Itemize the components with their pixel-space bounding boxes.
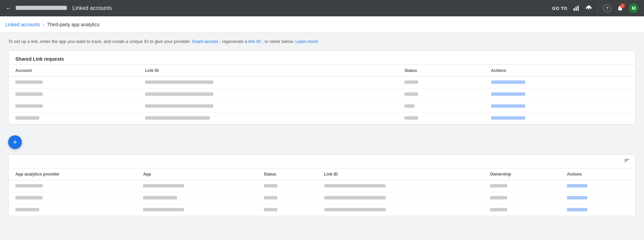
back-icon[interactable]: ← bbox=[5, 5, 12, 12]
info-text-part2: , regenerate a bbox=[219, 39, 247, 44]
col-status: Status bbox=[257, 168, 317, 180]
app-analytics-table: App analytics provider App Status Link I… bbox=[9, 168, 635, 216]
col-actions: Actions bbox=[484, 65, 635, 77]
table-row bbox=[9, 88, 635, 100]
col-account: Account bbox=[9, 65, 138, 77]
status-cell bbox=[398, 112, 484, 124]
ownership-cell bbox=[483, 192, 560, 204]
status-cell bbox=[398, 88, 484, 100]
header: ← Linked accounts GO TO ? 1 M bbox=[0, 0, 644, 16]
table-row bbox=[9, 204, 635, 216]
account-cell bbox=[9, 112, 138, 124]
col-app: App bbox=[136, 168, 257, 180]
svg-rect-1 bbox=[575, 7, 576, 11]
provider-cell bbox=[9, 192, 136, 204]
table-row bbox=[9, 76, 635, 88]
notification-icon[interactable]: 1 bbox=[617, 5, 624, 12]
add-button[interactable]: + bbox=[8, 135, 22, 149]
analytics-header-row: App analytics provider App Status Link I… bbox=[9, 168, 635, 180]
ownership-cell bbox=[483, 204, 560, 216]
col-link-id: Link ID bbox=[138, 65, 398, 77]
app-analytics-card: App analytics provider App Status Link I… bbox=[8, 154, 636, 216]
status-cell bbox=[257, 192, 317, 204]
avatar[interactable]: M bbox=[629, 3, 639, 13]
link-id-cell bbox=[138, 88, 398, 100]
chart-icon[interactable] bbox=[573, 5, 579, 12]
filter-row bbox=[9, 155, 635, 168]
actions-cell[interactable] bbox=[484, 112, 635, 124]
link-id-cell bbox=[317, 204, 483, 216]
shared-link-requests-table: Account Link ID Status Actions bbox=[9, 65, 635, 124]
col-actions: Actions bbox=[560, 168, 635, 180]
link-id-cell bbox=[317, 192, 483, 204]
app-cell bbox=[136, 192, 257, 204]
account-cell bbox=[9, 76, 138, 88]
account-name bbox=[16, 6, 67, 11]
header-right: GO TO ? 1 M bbox=[552, 3, 639, 13]
fab-container: + bbox=[8, 130, 636, 154]
status-cell bbox=[257, 204, 317, 216]
grant-access-link[interactable]: Grant access bbox=[192, 39, 218, 44]
header-title: Linked accounts bbox=[72, 5, 112, 11]
app-cell bbox=[136, 180, 257, 192]
breadcrumb-separator: › bbox=[43, 22, 44, 27]
link-id-link[interactable]: link ID bbox=[248, 39, 261, 44]
actions-cell[interactable] bbox=[484, 88, 635, 100]
status-cell bbox=[257, 180, 317, 192]
app-cell bbox=[136, 204, 257, 216]
wrench-icon[interactable] bbox=[585, 5, 592, 12]
actions-cell[interactable] bbox=[560, 192, 635, 204]
link-id-cell bbox=[138, 112, 398, 124]
breadcrumb-current-page: Third-party app analytics bbox=[47, 22, 99, 27]
status-cell bbox=[398, 100, 484, 112]
info-text: To set up a link, enter the app you want… bbox=[8, 38, 636, 45]
provider-cell bbox=[9, 180, 136, 192]
table-row bbox=[9, 180, 635, 192]
shared-link-requests-header: Shared Link requests bbox=[9, 51, 635, 65]
col-status: Status bbox=[398, 65, 484, 77]
goto-button[interactable]: GO TO bbox=[552, 6, 567, 11]
account-cell bbox=[9, 88, 138, 100]
col-ownership: Ownership bbox=[483, 168, 560, 180]
shared-link-requests-card: Shared Link requests Account Link ID Sta… bbox=[8, 50, 636, 124]
learn-more-link[interactable]: Learn more bbox=[295, 39, 318, 44]
header-divider bbox=[597, 4, 598, 12]
table-row bbox=[9, 192, 635, 204]
table-row bbox=[9, 100, 635, 112]
svg-rect-0 bbox=[574, 8, 575, 11]
link-id-cell bbox=[317, 180, 483, 192]
svg-rect-2 bbox=[577, 6, 578, 11]
link-id-cell bbox=[138, 100, 398, 112]
table-header-row: Account Link ID Status Actions bbox=[9, 65, 635, 77]
status-cell bbox=[398, 76, 484, 88]
actions-cell[interactable] bbox=[484, 76, 635, 88]
actions-cell[interactable] bbox=[560, 204, 635, 216]
col-link-id: Link ID bbox=[317, 168, 483, 180]
help-icon[interactable]: ? bbox=[603, 4, 611, 12]
account-cell bbox=[9, 100, 138, 112]
ownership-cell bbox=[483, 180, 560, 192]
breadcrumb-linked-accounts[interactable]: Linked accounts bbox=[5, 22, 40, 27]
main-content: To set up a link, enter the app you want… bbox=[0, 33, 644, 240]
actions-cell[interactable] bbox=[484, 100, 635, 112]
table-row bbox=[9, 112, 635, 124]
breadcrumb: Linked accounts › Third-party app analyt… bbox=[0, 16, 644, 33]
notification-badge: 1 bbox=[620, 3, 625, 8]
provider-cell bbox=[9, 204, 136, 216]
col-provider: App analytics provider bbox=[9, 168, 136, 180]
info-text-part1: To set up a link, enter the app you want… bbox=[8, 39, 191, 44]
actions-cell[interactable] bbox=[560, 180, 635, 192]
link-id-cell bbox=[138, 76, 398, 88]
filter-icon[interactable] bbox=[624, 158, 630, 165]
info-text-part3: , or relink below. bbox=[262, 39, 294, 44]
